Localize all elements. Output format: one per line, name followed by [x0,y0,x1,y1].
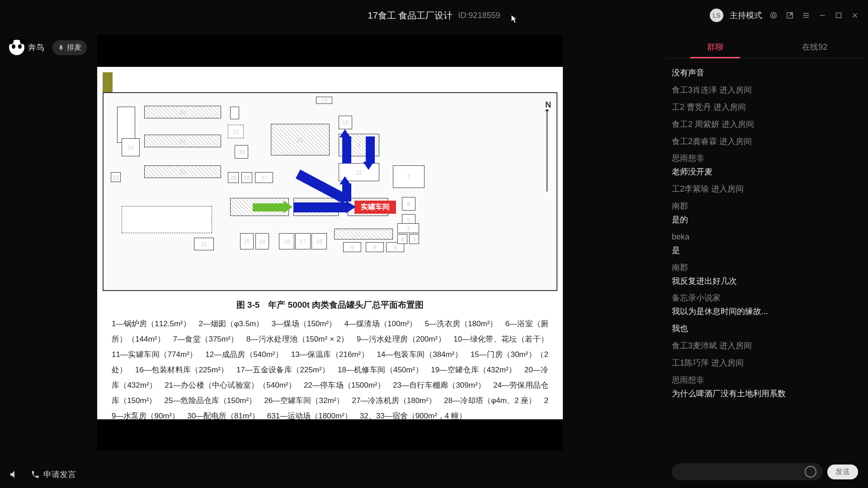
arrow-head-icon [340,176,350,184]
message-text: 我也 [672,323,858,335]
arrow-head-icon [363,162,374,170]
speaker-icon[interactable] [9,469,20,480]
slide-image: N 32 32 33 32 22 30 29 28 27 21 15 4 12 … [97,67,563,419]
building-15b: 15 [111,172,121,182]
red-highlight-label: 实罐车间 [354,201,396,214]
close-icon[interactable] [850,10,860,20]
figure-legend: 1—锅炉房（112.5m²） 2—烟囱（φ3.5m） 3—煤场（150m²） 4… [103,316,557,424]
system-message: 食工3麦沛斌 进入房间 [672,340,858,352]
message-username: 南郡 [672,200,858,213]
tab-group-chat[interactable]: 群聊 [665,35,765,58]
chat-message: 食工3肖连泽 进入房间 [672,84,858,97]
chat-message: 食工2龚睿霖 进入房间 [672,136,858,148]
message-text: 没有声音 [672,67,858,80]
mic-icon [58,44,64,51]
queue-mic-button[interactable]: 排麦 [52,40,87,55]
building [117,107,135,143]
green-arrow-head-icon [283,201,292,213]
queue-mic-label: 排麦 [67,43,81,52]
request-speak-label: 申请发言 [43,469,76,480]
building-21: 21 [271,124,330,155]
system-message: 食工2 周紫妍 进入房间 [672,118,858,131]
green-arrow [253,203,284,211]
chat-message-list[interactable]: 没有声音食工3肖连泽 进入房间工2 曹竞丹 进入房间食工2 周紫妍 进入房间食工… [665,59,864,459]
message-username: 南郡 [672,262,858,274]
building-25: 25 [240,233,254,249]
send-button[interactable]: 发送 [827,465,858,479]
svg-rect-4 [60,45,62,48]
svg-point-1 [772,14,774,16]
title-bar: 17食工 食品工厂设计 ID:9218559 LS 主持模式 [0,0,868,31]
message-username: 思雨想非 [672,152,858,165]
presentation-area: N 32 32 33 32 22 30 29 28 27 21 15 4 12 … [97,35,563,451]
system-message: 食工2龚睿霖 进入房间 [672,136,858,148]
panda-badge[interactable]: 奔鸟 [9,40,44,55]
building-18: 18 [279,233,294,249]
building-6: 6 [402,197,415,211]
arrow-head-icon [340,129,350,137]
chat-message: 备忘录小说家我以为是休息时间的缘故... [672,292,858,318]
chat-tabs: 群聊 在线92 [665,35,864,59]
host-mode-label: 主持模式 [730,10,762,21]
menu-icon[interactable] [801,10,811,20]
room-title: 17食工 食品工厂设计 [368,9,453,22]
floor-plan-diagram: N 32 32 33 32 22 30 29 28 27 21 15 4 12 … [103,92,557,291]
message-text: 为什么啤酒厂没有土地利用系数 [672,388,858,400]
system-message: 工1陈巧萍 进入房间 [672,357,858,370]
panda-icon [9,40,24,55]
emoji-icon[interactable] [805,466,816,478]
building-33: 33 [122,138,140,156]
blue-arrow-up [342,136,351,164]
building-9: 9 [343,242,361,252]
building-22: 22 [228,125,244,138]
building-32: 32 [144,106,221,118]
room-id: ID:9218559 [458,11,500,20]
mouse-cursor-icon [511,14,517,23]
building-29: 29 [228,172,239,183]
record-icon[interactable] [769,10,778,20]
chat-message: 南郡是的 [672,200,858,226]
building-8: 8 [366,242,384,252]
minimize-icon[interactable] [817,10,827,20]
chat-message: 食工3麦沛斌 进入房间 [672,340,858,352]
chat-message: 工1陈巧萍 进入房间 [672,357,858,370]
chat-message: 我也 [672,323,858,335]
building-dashed [122,206,212,233]
chat-input[interactable] [672,463,823,480]
chat-message: 工2 曹竞丹 进入房间 [672,101,858,114]
building-32b: 32 [144,135,221,147]
building-small [230,107,239,119]
message-text: 是 [672,244,858,257]
chat-message: 没有声音 [672,67,858,80]
message-text: 是的 [672,214,858,226]
blue-arrow-down [366,136,375,164]
panda-label: 奔鸟 [28,42,44,53]
chat-message: beka是 [672,231,858,257]
blue-arrow-right [293,202,348,212]
request-speak-button[interactable]: 申请发言 [31,469,76,480]
arrow-head-icon [346,201,356,213]
building-32c: 32 [144,165,221,178]
building-16: 16 [311,233,327,249]
message-username: 备忘录小说家 [672,292,858,305]
building-strip [334,229,393,239]
system-message: 工2 曹竞丹 进入房间 [672,101,858,114]
message-text: 老师没开麦 [672,166,858,178]
chat-message: 工2李紫瑜 进入房间 [672,183,858,196]
building-4b: 4 [397,234,407,244]
building-23: 23 [316,97,332,104]
building-3: 3 [409,234,419,244]
host-avatar[interactable]: LS [710,9,723,22]
svg-rect-3 [836,13,841,18]
bottom-toolbar: 申请发言 [9,469,76,480]
building-1: 1 [397,223,419,233]
building-28: 28 [241,172,252,183]
system-message: 食工3肖连泽 进入房间 [672,84,858,97]
building-17: 17 [295,233,311,249]
building-27: 27 [255,172,273,183]
popout-icon[interactable] [785,10,795,20]
figure-caption: 图 3-5 年产 5000t 肉类食品罐头厂总平面布置图 [103,299,557,311]
tab-online[interactable]: 在线92 [765,35,864,58]
svg-point-0 [771,13,777,19]
maximize-icon[interactable] [834,10,844,20]
